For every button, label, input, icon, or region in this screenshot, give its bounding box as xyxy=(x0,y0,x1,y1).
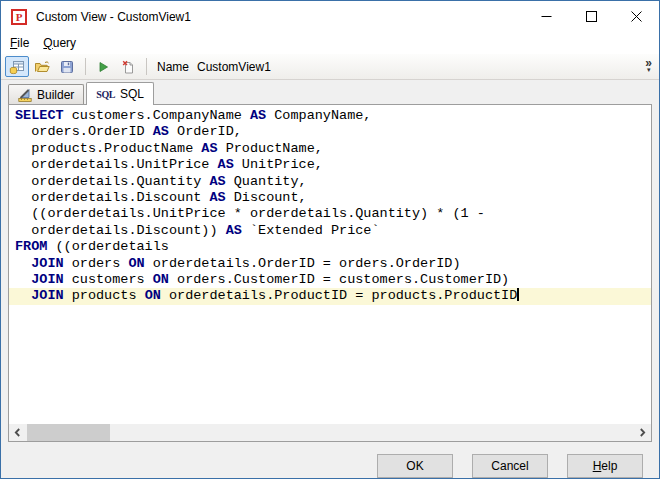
code-line: orders.OrderID AS OrderID, xyxy=(15,124,651,140)
toolbar: Name CustomView1 » ▾ xyxy=(1,54,659,80)
open-button[interactable] xyxy=(30,56,54,77)
code-line: orderdetails.Discount AS Discount, xyxy=(15,190,651,206)
horizontal-scrollbar xyxy=(9,424,651,441)
tab-sql[interactable]: SQL SQL xyxy=(86,82,154,105)
save-button[interactable] xyxy=(55,56,79,77)
chevron-right-icon xyxy=(638,427,647,438)
scrollbar-track[interactable] xyxy=(26,424,634,441)
pencil-ruler-icon xyxy=(18,88,32,102)
open-folder-icon xyxy=(34,59,50,75)
code-line: products.ProductName AS ProductName, xyxy=(15,141,651,157)
text-caret xyxy=(517,288,519,301)
name-label: Name xyxy=(157,60,189,74)
menu-bar: File Query xyxy=(1,32,659,54)
builder-grid-button[interactable] xyxy=(5,56,29,77)
minimize-button[interactable] xyxy=(524,1,569,32)
custom-view-dialog: P Custom View - CustomView1 File Query xyxy=(0,0,660,479)
table-database-icon xyxy=(9,59,25,75)
run-button[interactable] xyxy=(91,56,115,77)
close-icon xyxy=(631,11,642,22)
scrollbar-thumb[interactable] xyxy=(27,424,110,441)
tab-sql-label: SQL xyxy=(120,87,144,101)
tab-builder-label: Builder xyxy=(37,88,74,102)
sql-code[interactable]: SELECT customers.CompanyName AS CompanyN… xyxy=(9,105,651,424)
dialog-content: Builder SQL SQL SELECT customers.Company… xyxy=(1,80,659,478)
code-line: orderdetails.Quantity AS Quantity, xyxy=(15,174,651,190)
svg-text:P: P xyxy=(16,11,23,23)
name-input[interactable]: CustomView1 xyxy=(197,60,317,74)
code-line: ((orderdetails.UnitPrice * orderdetails.… xyxy=(15,206,651,222)
tab-bar: Builder SQL SQL xyxy=(8,81,652,104)
ok-button[interactable]: OK xyxy=(377,454,453,478)
run-play-icon xyxy=(95,59,111,75)
cancel-button[interactable]: Cancel xyxy=(472,454,548,478)
code-line: orderdetails.Discount)) AS `Extended Pri… xyxy=(15,223,651,239)
menu-query[interactable]: Query xyxy=(36,33,83,53)
help-button[interactable]: Help xyxy=(567,454,643,478)
overflow-dropdown-icon: ▾ xyxy=(647,66,651,74)
menu-file[interactable]: File xyxy=(3,33,36,53)
close-button[interactable] xyxy=(614,1,659,32)
app-logo-icon: P xyxy=(11,9,27,25)
title-bar: P Custom View - CustomView1 xyxy=(1,1,659,32)
toolbar-overflow-button[interactable]: » ▾ xyxy=(645,59,652,74)
code-line: JOIN products ON orderdetails.ProductID … xyxy=(9,288,651,304)
maximize-icon xyxy=(586,11,597,22)
dialog-footer: OK Cancel Help xyxy=(8,454,643,478)
sql-editor: SELECT customers.CompanyName AS CompanyN… xyxy=(8,104,652,442)
sql-text-icon: SQL xyxy=(96,89,115,100)
save-floppy-icon xyxy=(59,59,75,75)
code-line: SELECT customers.CompanyName AS CompanyN… xyxy=(15,108,651,124)
chevron-left-icon xyxy=(13,427,22,438)
code-line: JOIN orders ON orderdetails.OrderID = or… xyxy=(15,256,651,272)
window-title: Custom View - CustomView1 xyxy=(36,10,191,24)
toolbar-separator xyxy=(146,58,147,75)
scroll-left-button[interactable] xyxy=(9,424,26,441)
minimize-icon xyxy=(541,11,552,22)
code-line: JOIN customers ON orders.CustomerID = cu… xyxy=(15,272,651,288)
scroll-right-button[interactable] xyxy=(634,424,651,441)
code-line: orderdetails.UnitPrice AS UnitPrice, xyxy=(15,157,651,173)
code-line: FROM ((orderdetails xyxy=(15,239,651,255)
maximize-button[interactable] xyxy=(569,1,614,32)
tab-builder[interactable]: Builder xyxy=(8,84,84,104)
window-controls xyxy=(524,1,659,32)
clear-page-icon xyxy=(120,59,136,75)
toolbar-separator xyxy=(85,58,86,75)
clear-button[interactable] xyxy=(116,56,140,77)
